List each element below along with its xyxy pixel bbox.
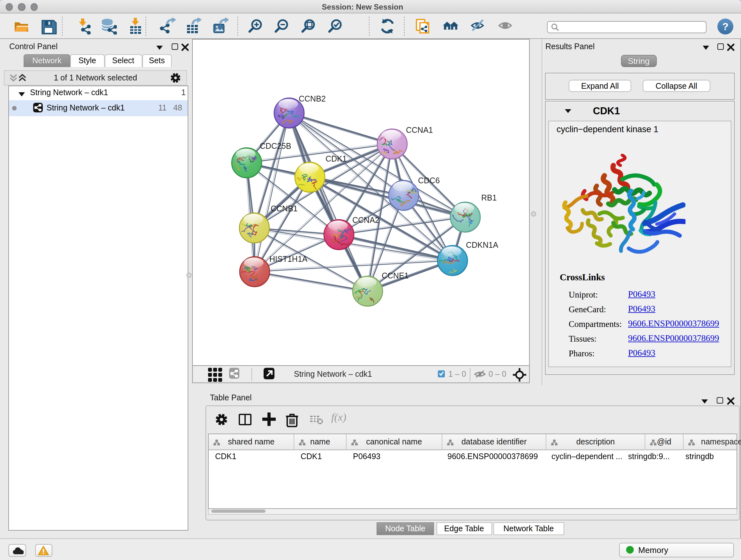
svg-text:CDK1: CDK1	[325, 154, 347, 163]
svg-text:CCNB2: CCNB2	[298, 94, 326, 103]
svg-text:CDC6: CDC6	[418, 176, 440, 185]
svg-text:CCNA1: CCNA1	[406, 125, 433, 134]
svg-text:CCNE1: CCNE1	[381, 271, 408, 280]
svg-text:CDKN1A: CDKN1A	[466, 240, 498, 249]
svg-text:CDC25B: CDC25B	[259, 141, 291, 150]
svg-text:RB1: RB1	[481, 193, 496, 202]
svg-text:CCNB1: CCNB1	[270, 204, 297, 213]
svg-text:CCNA2: CCNA2	[352, 215, 379, 225]
svg-text:HIST1H1A: HIST1H1A	[269, 254, 307, 263]
